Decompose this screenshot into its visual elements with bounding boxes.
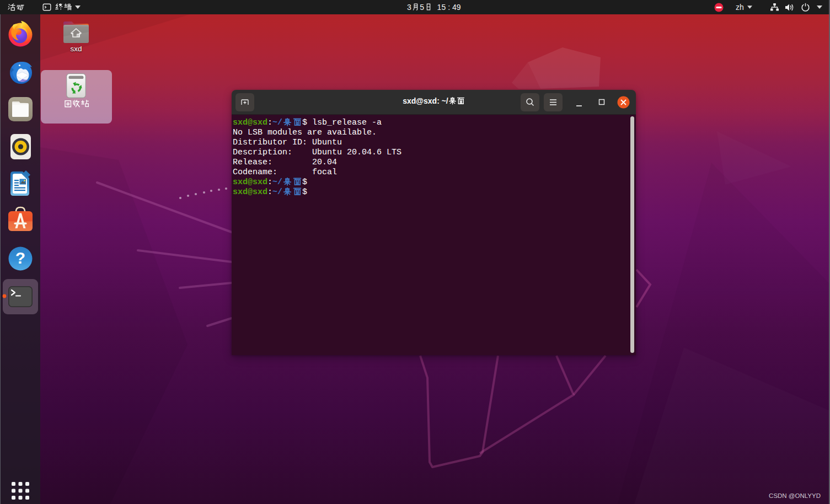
svg-text:?: ? — [15, 249, 25, 267]
svg-text:CSDN @ONLYYD: CSDN @ONLYYD — [769, 492, 821, 499]
